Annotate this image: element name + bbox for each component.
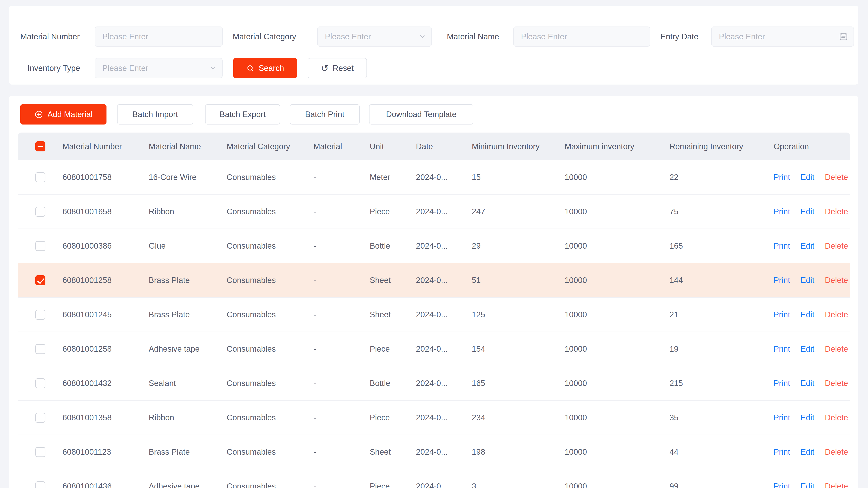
cell-unit: Bottle — [370, 379, 416, 388]
cell-material-category: Consumables — [227, 413, 313, 422]
row-checkbox[interactable] — [35, 241, 45, 251]
table-row: 60801001123 Brass Plate Consumables - Sh… — [18, 435, 850, 469]
edit-link[interactable]: Edit — [801, 207, 814, 216]
select-all-checkbox[interactable] — [35, 141, 45, 152]
table-header-row: Material Number Material Name Material C… — [18, 133, 850, 160]
cell-maximum-inventory: 10000 — [565, 413, 670, 422]
delete-link[interactable]: Delete — [825, 310, 848, 319]
table-row: 60801001436 Adhesive tape Consumables - … — [18, 469, 850, 488]
reset-button[interactable]: ↺ Reset — [308, 58, 367, 78]
delete-link[interactable]: Delete — [825, 207, 848, 216]
table-row: 60801001358 Ribbon Consumables - Piece 2… — [18, 401, 850, 435]
batch-export-button[interactable]: Batch Export — [205, 104, 280, 125]
cell-maximum-inventory: 10000 — [565, 276, 670, 285]
batch-print-button[interactable]: Batch Print — [290, 104, 360, 125]
cell-material-name: Glue — [149, 241, 227, 251]
material-number-input[interactable]: Please Enter — [95, 27, 223, 46]
table-row: 60801001258 Brass Plate Consumables - Sh… — [18, 263, 850, 298]
table-row: 60801001658 Ribbon Consumables - Piece 2… — [18, 195, 850, 229]
cell-date: 2024-0... — [416, 413, 472, 422]
print-link[interactable]: Print — [774, 310, 790, 319]
print-link[interactable]: Print — [774, 207, 790, 216]
cell-maximum-inventory: 10000 — [565, 448, 670, 456]
cell-material-name: Brass Plate — [149, 276, 227, 285]
inventory-type-select[interactable]: Please Enter — [95, 58, 223, 78]
download-template-button[interactable]: Download Template — [369, 104, 473, 125]
edit-link[interactable]: Edit — [801, 173, 814, 182]
search-button[interactable]: Search — [233, 58, 297, 78]
edit-link[interactable]: Edit — [801, 448, 814, 456]
col-header-unit: Unit — [370, 142, 416, 151]
material-category-placeholder: Please Enter — [325, 32, 371, 41]
reset-button-label: Reset — [333, 64, 354, 73]
cell-material-category: Consumables — [227, 482, 313, 488]
row-checkbox[interactable] — [35, 344, 45, 354]
row-checkbox[interactable] — [35, 310, 45, 320]
delete-link[interactable]: Delete — [825, 276, 848, 285]
print-link[interactable]: Print — [774, 482, 790, 488]
row-checkbox[interactable] — [35, 275, 45, 285]
cell-minimum-inventory: 234 — [472, 413, 565, 422]
print-link[interactable]: Print — [774, 379, 790, 388]
print-link[interactable]: Print — [774, 241, 790, 251]
cell-maximum-inventory: 10000 — [565, 310, 670, 319]
row-checkbox[interactable] — [35, 413, 45, 423]
add-material-button[interactable]: Add Material — [20, 104, 106, 125]
cell-material-number: 60801001245 — [62, 310, 149, 319]
add-material-label: Add Material — [48, 110, 93, 119]
chevron-down-icon — [209, 64, 217, 72]
cell-material-category: Consumables — [227, 241, 313, 251]
edit-link[interactable]: Edit — [801, 276, 814, 285]
print-link[interactable]: Print — [774, 448, 790, 456]
cell-maximum-inventory: 10000 — [565, 207, 670, 216]
row-checkbox[interactable] — [35, 172, 45, 182]
row-checkbox[interactable] — [35, 447, 45, 457]
material-name-label: Material Name — [447, 27, 499, 46]
delete-link[interactable]: Delete — [825, 173, 848, 182]
material-category-select[interactable]: Please Enter — [317, 27, 432, 46]
delete-link[interactable]: Delete — [825, 345, 848, 353]
entry-date-input[interactable]: Please Enter — [711, 27, 854, 46]
cell-remaining-inventory: 215 — [670, 379, 774, 388]
col-header-material-category: Material Category — [227, 142, 313, 151]
edit-link[interactable]: Edit — [801, 241, 814, 251]
row-checkbox[interactable] — [35, 378, 45, 388]
cell-material-name: Adhesive tape — [149, 482, 227, 488]
cell-material-number: 60801001758 — [62, 173, 149, 182]
print-link[interactable]: Print — [774, 276, 790, 285]
table-row: 60801001258 Adhesive tape Consumables - … — [18, 332, 850, 366]
cell-remaining-inventory: 144 — [670, 276, 774, 285]
search-icon — [246, 64, 255, 72]
print-link[interactable]: Print — [774, 345, 790, 353]
delete-link[interactable]: Delete — [825, 241, 848, 251]
delete-link[interactable]: Delete — [825, 413, 848, 422]
edit-link[interactable]: Edit — [801, 310, 814, 319]
calendar-icon — [839, 32, 848, 41]
edit-link[interactable]: Edit — [801, 379, 814, 388]
cell-maximum-inventory: 10000 — [565, 482, 670, 488]
cell-remaining-inventory: 35 — [670, 413, 774, 422]
cell-remaining-inventory: 21 — [670, 310, 774, 319]
col-header-material: Material — [313, 142, 370, 151]
batch-import-button[interactable]: Batch Import — [117, 104, 193, 125]
col-header-remaining-inventory: Remaining Inventory — [670, 142, 774, 151]
print-link[interactable]: Print — [774, 173, 790, 182]
delete-link[interactable]: Delete — [825, 448, 848, 456]
delete-link[interactable]: Delete — [825, 482, 848, 488]
edit-link[interactable]: Edit — [801, 345, 814, 353]
edit-link[interactable]: Edit — [801, 413, 814, 422]
cell-minimum-inventory: 3 — [472, 482, 565, 488]
cell-material-name: 16-Core Wire — [149, 173, 227, 182]
cell-maximum-inventory: 10000 — [565, 379, 670, 388]
row-checkbox[interactable] — [35, 207, 45, 217]
delete-link[interactable]: Delete — [825, 379, 848, 388]
cell-material-name: Ribbon — [149, 413, 227, 422]
material-name-input[interactable]: Please Enter — [514, 27, 650, 46]
row-checkbox[interactable] — [35, 481, 45, 488]
print-link[interactable]: Print — [774, 413, 790, 422]
edit-link[interactable]: Edit — [801, 482, 814, 488]
cell-date: 2024-0... — [416, 276, 472, 285]
cell-material: - — [313, 207, 370, 216]
cell-minimum-inventory: 51 — [472, 276, 565, 285]
cell-minimum-inventory: 29 — [472, 241, 565, 251]
